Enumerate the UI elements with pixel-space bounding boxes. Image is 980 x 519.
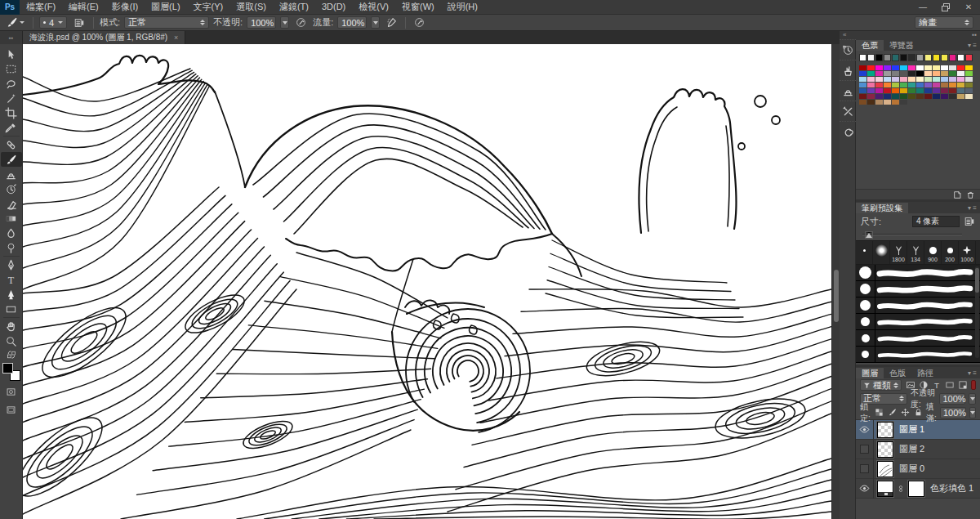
opacity-field[interactable]: 100% bbox=[247, 16, 276, 29]
visibility-toggle[interactable] bbox=[856, 420, 874, 440]
trash-icon[interactable] bbox=[966, 190, 975, 199]
swatch[interactable] bbox=[949, 54, 956, 61]
swatch[interactable] bbox=[900, 71, 907, 76]
brush-preset[interactable]: 134 bbox=[907, 241, 924, 264]
hand-tool[interactable] bbox=[1, 319, 22, 333]
toolbar-header[interactable]: ▪▪ bbox=[0, 31, 23, 44]
swatch[interactable] bbox=[875, 88, 883, 93]
visibility-toggle[interactable] bbox=[856, 440, 874, 459]
swatch[interactable] bbox=[949, 83, 956, 87]
swatch[interactable] bbox=[875, 83, 883, 87]
swatch[interactable] bbox=[867, 65, 875, 70]
swatch[interactable] bbox=[867, 94, 875, 99]
smudge-tool[interactable] bbox=[1, 226, 22, 240]
swatch[interactable] bbox=[867, 100, 875, 105]
layer-row[interactable]: 圖層 1 bbox=[856, 420, 980, 440]
brush-preset-row[interactable] bbox=[856, 281, 980, 298]
swatch[interactable] bbox=[941, 94, 948, 99]
swatch[interactable] bbox=[875, 54, 883, 61]
brush-preset-row[interactable] bbox=[856, 265, 980, 281]
path-select-tool[interactable] bbox=[1, 287, 22, 302]
swatch[interactable] bbox=[933, 88, 940, 93]
crop-tool[interactable] bbox=[1, 105, 22, 120]
swatch[interactable] bbox=[892, 88, 899, 93]
brush-preset[interactable]: 1000 bbox=[959, 241, 976, 264]
swatch[interactable] bbox=[875, 65, 883, 70]
swatch[interactable] bbox=[908, 71, 915, 76]
flow-dropdown[interactable] bbox=[371, 16, 380, 29]
lock-paint-icon[interactable] bbox=[887, 407, 897, 418]
foreground-color-swatch[interactable] bbox=[2, 363, 13, 374]
scrollbar-thumb[interactable] bbox=[834, 270, 839, 322]
brush-picker[interactable]: 4 bbox=[39, 16, 67, 29]
swatch[interactable] bbox=[941, 83, 948, 87]
kind-smart-icon[interactable] bbox=[957, 379, 968, 391]
swatch[interactable] bbox=[908, 77, 915, 82]
brush-panel-toggle-icon[interactable] bbox=[964, 216, 975, 227]
swatch[interactable] bbox=[924, 77, 932, 82]
swatch[interactable] bbox=[957, 77, 964, 82]
layer-thumbnail[interactable] bbox=[877, 461, 893, 477]
swatch[interactable] bbox=[900, 88, 907, 93]
layer-mask-thumbnail[interactable] bbox=[908, 481, 924, 497]
move-tool[interactable] bbox=[1, 47, 22, 61]
brush-preset[interactable]: 1800 bbox=[890, 241, 907, 264]
swatch[interactable] bbox=[949, 88, 956, 93]
swatch[interactable] bbox=[892, 100, 899, 105]
swatch[interactable] bbox=[884, 94, 891, 99]
tool-preset-picker[interactable] bbox=[3, 16, 27, 29]
swatch[interactable] bbox=[875, 94, 883, 99]
swatch[interactable] bbox=[924, 94, 932, 99]
swatch[interactable] bbox=[965, 94, 973, 99]
swatch[interactable] bbox=[884, 65, 891, 70]
eyedropper-tool[interactable] bbox=[1, 120, 22, 135]
toggle-brush-panel-button[interactable] bbox=[71, 16, 87, 29]
swatch[interactable] bbox=[867, 54, 875, 61]
brush-list-scrollbar[interactable] bbox=[975, 266, 979, 358]
layer-name[interactable]: 圖層 2 bbox=[899, 443, 924, 455]
swatch[interactable] bbox=[859, 88, 866, 93]
swatch[interactable] bbox=[965, 65, 973, 70]
close-button[interactable]: ✕ bbox=[957, 0, 980, 14]
kind-shape-icon[interactable] bbox=[944, 379, 955, 391]
swatch[interactable] bbox=[900, 100, 907, 105]
visibility-toggle[interactable] bbox=[856, 459, 874, 479]
swatch[interactable] bbox=[957, 94, 964, 99]
swatch[interactable] bbox=[957, 88, 964, 93]
new-swatch-icon[interactable] bbox=[953, 190, 962, 199]
marquee-tool[interactable] bbox=[1, 61, 22, 76]
document-tab[interactable]: 海波浪.psd @ 100% (圖層 1, RGB/8#) × bbox=[23, 31, 185, 44]
tab-色版[interactable]: 色版 bbox=[884, 368, 911, 378]
swatch[interactable] bbox=[884, 83, 891, 87]
slider-thumb[interactable] bbox=[866, 232, 872, 238]
swatch[interactable] bbox=[916, 71, 924, 76]
swatch[interactable] bbox=[924, 65, 932, 70]
swatch[interactable] bbox=[933, 94, 940, 99]
workspace-switcher[interactable]: 繪畫 bbox=[915, 16, 973, 29]
swatch[interactable] bbox=[916, 54, 924, 61]
panel-menu-icon[interactable]: ▾ ≡ bbox=[964, 203, 980, 213]
swatch[interactable] bbox=[867, 77, 875, 82]
brush-size-field[interactable]: 4 像素 bbox=[912, 216, 960, 227]
layer-row[interactable]: 色彩填色 1 bbox=[856, 479, 980, 499]
swatch[interactable] bbox=[949, 77, 956, 82]
tab-導覽器[interactable]: 導覽器 bbox=[884, 40, 920, 51]
layer-row[interactable]: 圖層 0 bbox=[856, 459, 980, 479]
swatch[interactable] bbox=[941, 88, 948, 93]
swatch[interactable] bbox=[924, 83, 932, 87]
swatch[interactable] bbox=[965, 83, 973, 87]
flow-field[interactable]: 100% bbox=[337, 16, 367, 29]
swatch[interactable] bbox=[892, 83, 899, 87]
swatch[interactable] bbox=[900, 94, 907, 99]
canvas[interactable] bbox=[23, 44, 831, 519]
filter-toggle-switch[interactable] bbox=[971, 380, 976, 390]
swatch[interactable] bbox=[859, 100, 866, 105]
swatch[interactable] bbox=[916, 88, 924, 93]
swatch[interactable] bbox=[965, 88, 973, 93]
swatch[interactable] bbox=[859, 54, 866, 61]
swatch[interactable] bbox=[892, 94, 899, 99]
clone-stamp-tool[interactable] bbox=[1, 167, 22, 181]
brush-preset-row[interactable] bbox=[856, 298, 980, 314]
swatch[interactable] bbox=[875, 77, 883, 82]
swatch[interactable] bbox=[892, 54, 899, 61]
